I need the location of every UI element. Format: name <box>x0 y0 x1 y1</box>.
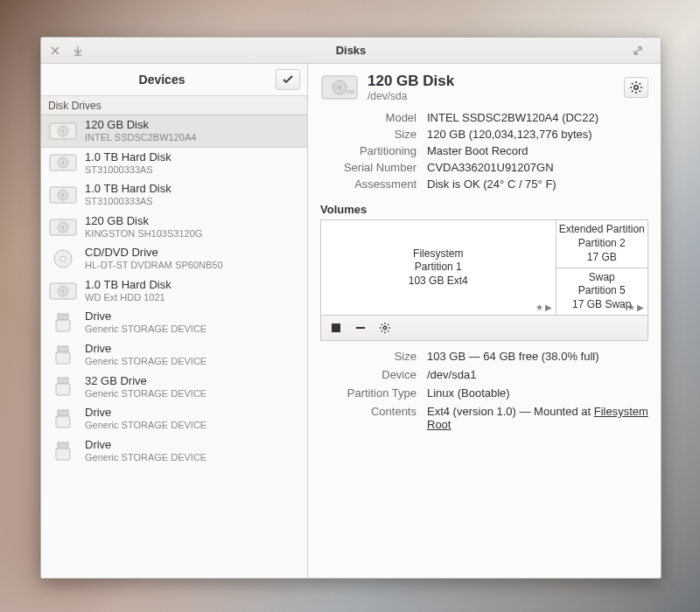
value-size: 120 GB (120,034,123,776 bytes) <box>427 128 648 141</box>
disk-properties: Model INTEL SSDSC2BW120A4 (DC22) Size 12… <box>320 111 648 191</box>
titlebar: Disks <box>41 38 661 64</box>
disk-icon <box>320 73 359 102</box>
star-icon: ★ <box>536 303 543 312</box>
disk-menu-button[interactable] <box>624 77 648 98</box>
value-model: INTEL SSDSC2BW120A4 (DC22) <box>427 111 648 124</box>
minimize-icon[interactable] <box>71 44 85 58</box>
svg-rect-26 <box>56 449 70 460</box>
device-list-item[interactable]: 120 GB DiskKINGSTON SH103S3120G <box>41 212 307 244</box>
partition-indicators: ★▶ <box>536 303 552 312</box>
device-list: 120 GB DiskINTEL SSDSC2BW120A41.0 TB Har… <box>41 115 307 578</box>
svg-point-13 <box>60 256 66 261</box>
svg-point-29 <box>338 86 341 89</box>
hdd-icon <box>48 184 78 206</box>
partition-label: Extended Partition <box>559 223 645 237</box>
usb-icon <box>48 375 78 398</box>
partition-2[interactable]: Extended Partition Partition 2 17 GB <box>556 220 648 268</box>
partition-label: Swap <box>589 271 615 285</box>
device-list-item[interactable]: 1.0 TB Hard DiskST31000333AS <box>41 148 307 180</box>
partition-label: Partition 5 <box>578 284 626 298</box>
svg-rect-32 <box>332 323 340 332</box>
devices-sidebar: Devices Disk Drives 120 GB DiskINTEL SSD… <box>41 64 308 578</box>
volume-properties: Size 103 GB — 64 GB free (38.0% full) De… <box>320 350 648 431</box>
window-title: Disks <box>41 44 661 57</box>
svg-point-16 <box>62 289 65 292</box>
label-vol-size: Size <box>320 350 416 363</box>
hdd-icon <box>48 216 78 239</box>
partition-map: Filesystem Partition 1 103 GB Ext4 ★▶ Ex… <box>320 219 648 341</box>
svg-point-11 <box>62 226 65 228</box>
device-title: Drive <box>85 439 206 452</box>
device-list-item[interactable]: CD/DVD DriveHL-DT-ST DVDRAM SP60NB50 <box>41 243 307 275</box>
play-icon: ▶ <box>637 303 644 312</box>
partition-5[interactable]: Swap Partition 5 17 GB Swap ★▶ <box>556 268 648 316</box>
desktop-background: Disks Devices Disk Drives 120 GB DiskINT… <box>0 0 700 612</box>
device-subtitle: WD Ext HDD 1021 <box>85 292 172 303</box>
label-partitioning: Partitioning <box>320 144 416 157</box>
device-list-item[interactable]: DriveGeneric STORAGE DEVICE <box>41 403 307 435</box>
sidebar-header: Devices <box>41 64 307 96</box>
value-vol-ptype: Linux (Bootable) <box>427 386 648 400</box>
label-vol-contents: Contents <box>320 405 416 431</box>
hdd-icon <box>48 280 78 303</box>
device-subtitle: Generic STORAGE DEVICE <box>85 323 206 335</box>
partition-label: Partition 1 <box>415 261 462 275</box>
svg-rect-19 <box>58 346 68 352</box>
svg-rect-24 <box>56 416 70 428</box>
star-icon: ★ <box>627 303 635 312</box>
maximize-icon[interactable] <box>631 44 645 58</box>
sidebar-section-label: Disk Drives <box>41 96 307 115</box>
device-list-item[interactable]: DriveGeneric STORAGE DEVICE <box>41 339 307 372</box>
device-list-item[interactable]: 1.0 TB Hard DiskWD Ext HDD 1021 <box>41 275 307 308</box>
partition-label: Filesystem <box>413 247 463 261</box>
partition-indicators: ★▶ <box>627 303 644 312</box>
partition-label: 17 GB Swap <box>572 298 631 312</box>
volumes-heading: Volumes <box>320 203 648 216</box>
disks-window: Disks Devices Disk Drives 120 GB DiskINT… <box>40 37 662 579</box>
value-partitioning: Master Boot Record <box>427 144 648 157</box>
device-title: Drive <box>85 310 206 323</box>
device-subtitle: ST31000333AS <box>85 164 172 176</box>
close-icon[interactable] <box>48 44 62 58</box>
value-vol-size: 103 GB — 64 GB free (38.0% full) <box>427 350 648 363</box>
device-title: Drive <box>85 407 206 420</box>
device-subtitle: KINGSTON SH103S3120G <box>85 228 202 240</box>
volume-toolbar <box>321 315 648 340</box>
device-title: Drive <box>85 343 206 356</box>
svg-point-5 <box>62 162 65 164</box>
svg-rect-25 <box>58 442 68 449</box>
svg-rect-22 <box>56 384 70 395</box>
device-list-item[interactable]: 1.0 TB Hard DiskST31000333AS <box>41 179 307 212</box>
svg-rect-23 <box>58 410 68 416</box>
device-list-item[interactable]: 120 GB DiskINTEL SSDSC2BW120A4 <box>41 115 307 148</box>
device-list-item[interactable]: DriveGeneric STORAGE DEVICE <box>41 435 307 468</box>
device-title: 1.0 TB Hard Disk <box>85 151 172 164</box>
detail-pane: 120 GB Disk /dev/sda Model INTEL SSDSC2B… <box>308 64 661 578</box>
device-subtitle: Generic STORAGE DEVICE <box>85 420 206 431</box>
label-vol-ptype: Partition Type <box>320 386 416 400</box>
volume-menu-button[interactable] <box>375 319 395 337</box>
device-subtitle: HL-DT-ST DVDRAM SP60NB50 <box>85 260 223 271</box>
delete-partition-button[interactable] <box>351 319 370 337</box>
label-assessment: Assessment <box>320 177 416 191</box>
usb-icon <box>48 344 78 366</box>
label-serial: Serial Number <box>320 161 416 174</box>
stop-button[interactable] <box>326 319 346 337</box>
device-subtitle: Generic STORAGE DEVICE <box>85 452 206 463</box>
apply-button[interactable] <box>276 69 300 90</box>
sidebar-heading: Devices <box>48 73 276 87</box>
device-title: 1.0 TB Hard Disk <box>85 279 172 292</box>
disk-title: 120 GB Disk <box>368 73 454 90</box>
device-title: 32 GB Drive <box>85 375 206 388</box>
device-subtitle: Generic STORAGE DEVICE <box>85 356 206 367</box>
value-vol-device: /dev/sda1 <box>427 368 648 381</box>
device-list-item[interactable]: 32 GB DriveGeneric STORAGE DEVICE <box>41 372 307 404</box>
device-list-item[interactable]: DriveGeneric STORAGE DEVICE <box>41 307 307 339</box>
partition-1[interactable]: Filesystem Partition 1 103 GB Ext4 ★▶ <box>321 220 556 315</box>
label-vol-device: Device <box>320 368 416 381</box>
device-subtitle: Generic STORAGE DEVICE <box>85 388 206 400</box>
svg-rect-30 <box>346 90 354 94</box>
disk-path: /dev/sda <box>368 90 454 102</box>
device-title: 120 GB Disk <box>85 215 202 228</box>
usb-icon <box>48 311 78 334</box>
